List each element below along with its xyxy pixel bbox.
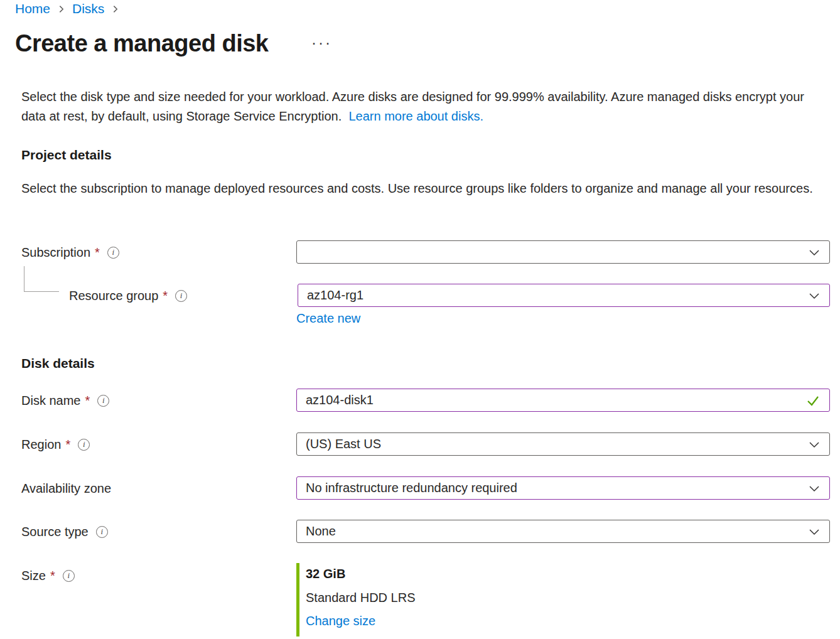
source-type-dropdown[interactable]: None	[296, 520, 830, 543]
info-icon[interactable]: i	[78, 439, 90, 451]
breadcrumb-disks-link[interactable]: Disks	[72, 1, 104, 16]
region-value: (US) East US	[306, 437, 802, 451]
chevron-down-icon	[808, 246, 821, 259]
size-value: 32 GiB	[306, 567, 547, 581]
size-label: Size * i	[21, 568, 75, 583]
page-title: Create a managed disk	[15, 30, 268, 57]
change-size-link[interactable]: Change size	[306, 614, 375, 628]
create-managed-disk-page: Home Disks Create a managed disk ··· Sel…	[0, 0, 840, 639]
resource-group-label: Resource group * i	[69, 288, 187, 303]
info-icon[interactable]: i	[63, 570, 75, 582]
required-asterisk: *	[65, 438, 70, 452]
required-asterisk: *	[85, 394, 90, 408]
source-type-value: None	[306, 524, 802, 539]
region-label: Region * i	[21, 437, 90, 452]
size-sku: Standard HDD LRS	[306, 591, 547, 605]
availability-zone-label: Availability zone	[21, 481, 111, 496]
disk-name-label: Disk name * i	[21, 393, 109, 408]
region-dropdown[interactable]: (US) East US	[296, 432, 830, 456]
size-summary-block: 32 GiB Standard HDD LRS Change size	[296, 563, 547, 636]
subscription-dropdown[interactable]	[296, 240, 830, 264]
learn-more-link[interactable]: Learn more about disks.	[348, 109, 483, 123]
disk-name-input[interactable]	[306, 393, 805, 407]
chevron-down-icon	[808, 525, 821, 538]
valid-checkmark-icon	[805, 393, 821, 408]
disk-details-heading: Disk details	[21, 356, 95, 371]
availability-zone-dropdown[interactable]: No infrastructure redundancy required	[296, 476, 830, 500]
subscription-label: Subscription * i	[21, 245, 119, 260]
info-icon[interactable]: i	[107, 247, 119, 259]
more-menu-button[interactable]: ···	[311, 35, 332, 50]
chevron-right-icon	[57, 5, 65, 13]
disk-name-field-wrapper	[296, 389, 830, 412]
info-icon[interactable]: i	[175, 290, 187, 302]
intro-text: Select the disk type and size needed for…	[21, 87, 826, 126]
chevron-down-icon	[808, 438, 821, 451]
chevron-down-icon	[808, 482, 821, 495]
resource-group-dropdown[interactable]: az104-rg1	[298, 284, 830, 307]
info-icon[interactable]: i	[96, 526, 108, 538]
breadcrumb: Home Disks	[15, 1, 119, 16]
create-new-link[interactable]: Create new	[296, 311, 360, 326]
required-asterisk: *	[95, 245, 100, 260]
resource-group-value: az104-rg1	[307, 288, 802, 303]
required-asterisk: *	[163, 289, 168, 303]
chevron-right-icon	[111, 5, 119, 13]
parent-child-connector-line	[24, 266, 59, 292]
availability-zone-value: No infrastructure redundancy required	[306, 481, 802, 495]
breadcrumb-home-link[interactable]: Home	[15, 1, 50, 16]
project-details-heading: Project details	[21, 148, 112, 163]
project-details-description: Select the subscription to manage deploy…	[21, 179, 816, 198]
chevron-down-icon	[808, 289, 821, 302]
required-asterisk: *	[50, 569, 55, 583]
info-icon[interactable]: i	[97, 395, 109, 407]
source-type-label: Source type i	[21, 524, 108, 539]
